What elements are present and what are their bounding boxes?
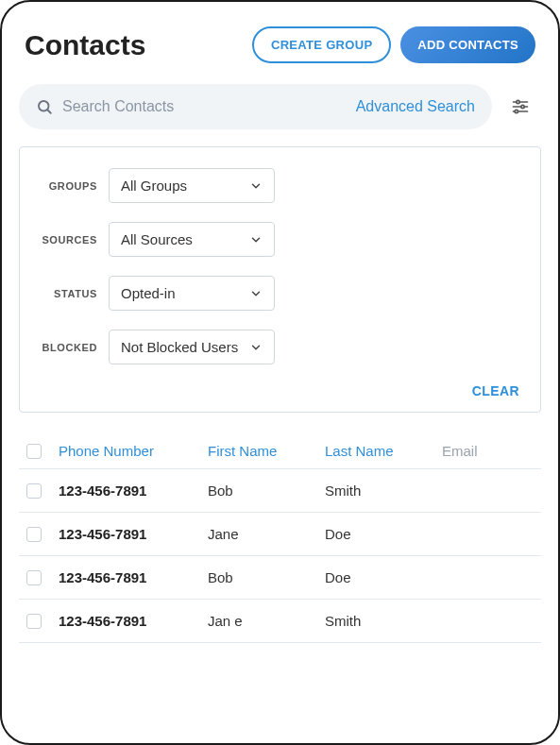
filter-row-blocked: BLOCKED Not Blocked Users: [41, 330, 519, 364]
table-row: 123-456-7891BobDoe: [19, 556, 541, 600]
search-input[interactable]: [53, 98, 356, 115]
status-select[interactable]: Opted-in: [109, 276, 275, 311]
cell-last: Doe: [325, 526, 442, 542]
blocked-select[interactable]: Not Blocked Users: [109, 330, 275, 364]
svg-point-3: [517, 100, 519, 103]
select-all-checkbox[interactable]: [26, 444, 42, 459]
cell-first: Bob: [208, 483, 325, 499]
status-value: Opted-in: [121, 285, 176, 301]
filter-row-status: STATUS Opted-in: [41, 276, 519, 311]
filter-panel: GROUPS All Groups SOURCES All Sources ST…: [19, 146, 541, 413]
search-bar: Advanced Search: [19, 84, 541, 129]
page-header: Contacts CREATE GROUP ADD CONTACTS: [19, 26, 541, 63]
cell-last: Smith: [325, 483, 442, 499]
filter-row-groups: GROUPS All Groups: [41, 168, 519, 203]
advanced-search-link[interactable]: Advanced Search: [356, 98, 475, 115]
sliders-icon: [511, 97, 530, 116]
svg-point-5: [521, 105, 524, 108]
status-label: STATUS: [41, 288, 97, 299]
groups-select[interactable]: All Groups: [109, 168, 275, 203]
table-row: 123-456-7891BobSmith: [19, 469, 541, 513]
col-header-phone[interactable]: Phone Number: [59, 443, 208, 459]
col-header-first[interactable]: First Name: [208, 443, 325, 459]
cell-first: Bob: [208, 569, 325, 585]
row-checkbox[interactable]: [26, 483, 42, 499]
sources-select[interactable]: All Sources: [109, 222, 275, 257]
table-row: 123-456-7891Jan eSmith: [19, 600, 541, 643]
table-body: 123-456-7891BobSmith123-456-7891JaneDoe1…: [19, 469, 541, 643]
table-header: Phone Number First Name Last Name Email: [19, 433, 541, 469]
row-checkbox[interactable]: [26, 527, 42, 542]
chevron-down-icon: [249, 179, 263, 193]
row-checkbox[interactable]: [26, 570, 42, 585]
cell-phone: 123-456-7891: [59, 613, 208, 629]
filter-toggle-button[interactable]: [500, 86, 541, 127]
create-group-button[interactable]: CREATE GROUP: [252, 26, 391, 63]
clear-filters-button[interactable]: CLEAR: [472, 383, 519, 398]
search-pill: Advanced Search: [19, 84, 492, 129]
cell-first: Jane: [208, 526, 325, 542]
cell-phone: 123-456-7891: [59, 483, 208, 499]
col-header-last[interactable]: Last Name: [325, 443, 442, 459]
cell-phone: 123-456-7891: [59, 526, 208, 542]
table-row: 123-456-7891JaneDoe: [19, 513, 541, 556]
sources-label: SOURCES: [41, 234, 97, 246]
blocked-value: Not Blocked Users: [121, 339, 238, 355]
svg-point-7: [515, 110, 518, 112]
chevron-down-icon: [249, 233, 263, 246]
chevron-down-icon: [249, 287, 263, 300]
cell-last: Doe: [325, 569, 442, 585]
chevron-down-icon: [249, 341, 263, 354]
row-checkbox[interactable]: [26, 614, 42, 629]
cell-phone: 123-456-7891: [59, 569, 208, 585]
cell-first: Jan e: [208, 613, 325, 629]
clear-row: CLEAR: [41, 383, 519, 398]
svg-line-1: [47, 110, 50, 112]
filter-row-sources: SOURCES All Sources: [41, 222, 519, 257]
cell-last: Smith: [325, 613, 442, 629]
header-actions: CREATE GROUP ADD CONTACTS: [252, 26, 535, 63]
groups-value: All Groups: [121, 178, 187, 194]
search-icon: [36, 98, 53, 115]
contacts-table: Phone Number First Name Last Name Email …: [19, 433, 541, 643]
col-header-email: Email: [442, 443, 534, 459]
page-title: Contacts: [25, 29, 145, 61]
blocked-label: BLOCKED: [41, 342, 97, 353]
groups-label: GROUPS: [41, 180, 97, 192]
sources-value: All Sources: [121, 231, 193, 247]
add-contacts-button[interactable]: ADD CONTACTS: [400, 26, 535, 63]
